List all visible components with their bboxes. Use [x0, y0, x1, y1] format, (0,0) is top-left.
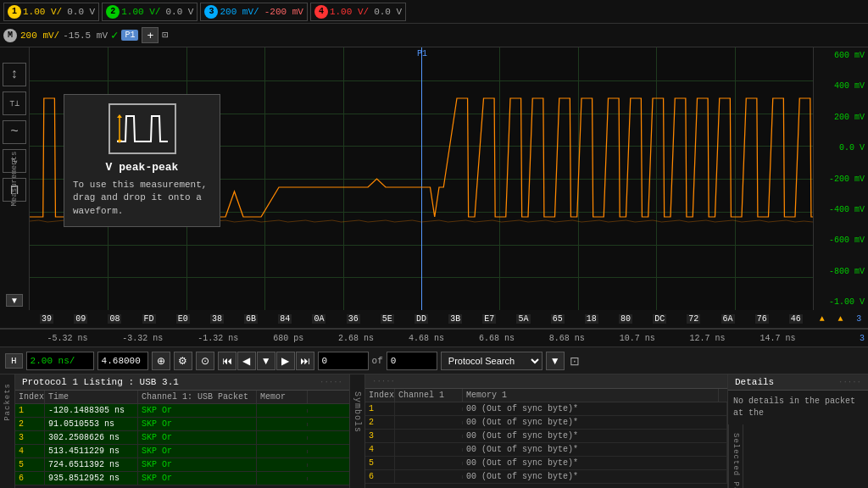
settings-button[interactable]: ⚙ [174, 352, 192, 370]
channel-1-volt: 1.00 V/ [23, 7, 62, 17]
time-label: 10.7 ns [620, 334, 655, 343]
col-ch2: Channel 1 [395, 389, 463, 402]
nav-next-button[interactable]: ▶ [276, 352, 295, 370]
channel-2-group[interactable]: 2 1.00 V/ 0.0 V [102, 3, 198, 21]
cell-channel: SKP Or [138, 404, 257, 417]
time-label: -1.32 ns [198, 334, 238, 343]
expand-panel-button[interactable]: ⊡ [568, 354, 581, 368]
nav-last-button[interactable]: ⏭ [296, 352, 314, 370]
table-row[interactable]: 5 724.6511392 ns SKP Or [15, 458, 349, 472]
col-mem2: Memory 1 [463, 389, 719, 402]
time-right-label: 3 [860, 334, 865, 343]
cell-memory: 00 (Out of sync byte)* [463, 470, 727, 483]
oscilloscope-area: Measurements ↕ ⊤⊥ ~ ∿ ⊓ ▼ [0, 47, 868, 310]
grid-v-3 [264, 47, 265, 310]
meas-icon-5[interactable]: ⊓ [3, 178, 26, 202]
drag-handle-2: ····· [372, 377, 395, 385]
search-select[interactable]: Protocol Search [441, 352, 542, 370]
bottom-section: Packets Protocol 1 Listing : USB 3.1 ···… [0, 374, 868, 488]
zoom-button[interactable]: ⊕ [152, 352, 170, 370]
sidebar-expand-button[interactable]: ▼ [6, 294, 23, 307]
time-labels: -5.32 ns-3.32 ns-1.32 ns680 ps2.68 ns4.6… [30, 334, 813, 343]
table-row[interactable]: 5 00 (Out of sync byte)* [365, 457, 727, 470]
table-row[interactable]: 6 00 (Out of sync byte)* [365, 470, 727, 484]
cell-channel: SKP Or [138, 418, 257, 430]
hex-value: 65 [551, 314, 565, 324]
col-index-1: Index [15, 391, 45, 403]
cell-time: 91.0510553 ns [45, 418, 138, 430]
protocol1-header: Protocol 1 Listing : USB 3.1 ····· [15, 374, 349, 391]
protocol2-table-body[interactable]: 1 00 (Out of sync byte)* 2 00 (Out of sy… [365, 402, 727, 488]
voltage-label: 600 mV [817, 51, 865, 60]
meas-icon-2[interactable]: ⊤⊥ [3, 92, 26, 115]
hex-value: 5E [381, 314, 394, 324]
cell-memory [257, 423, 308, 426]
grid-h-6 [30, 245, 813, 246]
nav-prev-button[interactable]: ◀ [237, 352, 256, 370]
channel-bar: 1 1.00 V/ 0.0 V 2 1.00 V/ 0.0 V 3 200 mV… [0, 0, 868, 24]
cell-index: 5 [365, 457, 395, 469]
cell-index: 5 [15, 458, 45, 471]
nav-first-button[interactable]: ⏮ [218, 352, 236, 370]
position-input[interactable] [97, 352, 148, 370]
hex-axis-right: ▲ ▲ 3 [813, 314, 868, 324]
protocol1-panel: Protocol 1 Listing : USB 3.1 ····· Index… [15, 374, 350, 488]
cursor-button[interactable]: ⊙ [196, 352, 214, 370]
controls-bar: H ⊕ ⚙ ⊙ ⏮ ◀ ▼ ▶ ⏭ of Protocol Search ▼ ⊡ [0, 347, 868, 374]
search-settings-button[interactable]: ▼ [546, 352, 565, 370]
table-row[interactable]: 1 00 (Out of sync byte)* [365, 402, 727, 416]
voltage-label: -1.00 V [817, 297, 865, 307]
nav-down-button[interactable]: ▼ [257, 352, 275, 370]
table-row[interactable]: 3 00 (Out of sync byte)* [365, 430, 727, 443]
checkmark-icon: ✓ [111, 28, 118, 42]
hex-value: FD [142, 314, 156, 324]
hex-value: 36 [347, 314, 360, 324]
cell-memory: 00 (Out of sync byte)* [463, 457, 727, 469]
timebase-input[interactable] [26, 352, 94, 370]
expand-icon[interactable]: ⊡ [162, 29, 168, 42]
table-row[interactable]: 4 00 (Out of sync byte)* [365, 443, 727, 457]
packet-count-input[interactable] [387, 352, 437, 370]
col-index-2: Index [365, 389, 395, 402]
channel-1-offset: 0.0 V [67, 7, 95, 17]
table-row[interactable]: 2 00 (Out of sync byte)* [365, 416, 727, 430]
table-row[interactable]: 3 302.2508626 ns SKP Or [15, 431, 349, 445]
details-header: Details ····· [728, 374, 868, 391]
cell-channel: SKP Or [138, 445, 257, 458]
table-row[interactable]: 2 91.0510553 ns SKP Or [15, 418, 349, 431]
col-time-1: Time [45, 391, 138, 403]
cell-index: 4 [365, 443, 395, 456]
add-measurement-button[interactable]: + [142, 27, 159, 43]
table-row[interactable]: 6 935.8512952 ns SKP Or [15, 472, 349, 485]
hex-value: 46 [789, 314, 803, 324]
hex-value: 38 [210, 314, 224, 324]
hex-marker-2: ▲ [837, 314, 843, 324]
table-row[interactable]: 4 513.4511229 ns SKP Or [15, 445, 349, 458]
scroll-spacer [308, 391, 316, 403]
cell-channel: SKP Or [138, 431, 257, 444]
cell-index: 1 [365, 402, 395, 415]
channel-3-group[interactable]: 3 200 mV/ -200 mV [200, 3, 307, 21]
cell-time: 302.2508626 ns [45, 431, 138, 444]
time-label: 8.68 ns [549, 334, 585, 343]
cell-memory [257, 450, 308, 453]
hex-value: DD [415, 314, 428, 324]
hex-bar: 390908FDE0386B840A365EDD3BE75A651880DC72… [0, 310, 868, 329]
channel-1-group[interactable]: 1 1.00 V/ 0.0 V [3, 3, 99, 21]
meas-icon-1[interactable]: ↕ [3, 63, 26, 86]
cell-index: 6 [15, 472, 45, 485]
hex-labels: 390908FDE0386B840A365EDD3BE75A651880DC72… [30, 314, 813, 324]
channel-2-volt: 1.00 V/ [121, 7, 160, 17]
packet-index-input[interactable] [318, 352, 369, 370]
meas-icon-4[interactable]: ∿ [3, 149, 26, 173]
hex-value: E0 [176, 314, 190, 324]
hex-right-label: 3 [856, 314, 861, 324]
cell-memory [257, 436, 308, 440]
drag-handle-1: ····· [320, 378, 342, 386]
meas-icon-3[interactable]: ~ [3, 120, 26, 144]
voltage-label: -200 mV [817, 175, 865, 184]
table-row[interactable]: 1 -120.1488305 ns SKP Or [15, 404, 349, 418]
of-label: of [372, 356, 383, 366]
protocol1-table-body[interactable]: 1 -120.1488305 ns SKP Or 2 91.0510553 ns… [15, 404, 349, 488]
channel-4-group[interactable]: 4 1.00 V/ 0.0 V [310, 3, 406, 21]
